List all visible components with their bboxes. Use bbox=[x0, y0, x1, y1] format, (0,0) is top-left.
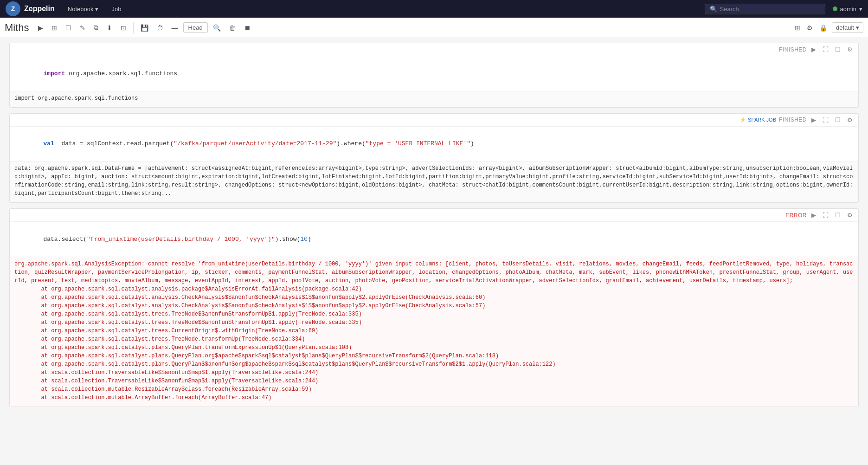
main-content: FINISHED ▶ ⛶ ☐ ⚙ import org.apache.spark… bbox=[0, 38, 868, 465]
show-hide-code-button[interactable]: ☐ bbox=[62, 22, 75, 34]
code-line-3: data.select("from_unixtime(userDetails.b… bbox=[14, 226, 854, 253]
paragraph-2-header: ⚡ SPARK JOB FINISHED ▶ ⛶ ☐ ⚙ bbox=[10, 114, 858, 127]
search-input[interactable] bbox=[720, 6, 813, 13]
edit-button[interactable]: ✎ bbox=[77, 22, 89, 34]
nav-right: admin ▾ bbox=[833, 6, 862, 13]
paragraph-2-output: data: org.apache.spark.sql.DataFrame = [… bbox=[10, 161, 858, 202]
paragraph-1-controls: FINISHED ▶ ⛶ ☐ ⚙ bbox=[779, 45, 855, 54]
toolbar-right: ⊞ ⚙ 🔒 default ▾ bbox=[793, 22, 863, 33]
search-icon: 🔍 bbox=[710, 6, 717, 13]
export-button[interactable]: ⬇ bbox=[103, 22, 116, 34]
paragraph-3-header: ERROR ▶ ⛶ ☐ ⚙ bbox=[10, 209, 858, 222]
code-line-2: val data = sqlContext.read.parquet("/kaf… bbox=[14, 130, 854, 158]
paragraph-2: ⚡ SPARK JOB FINISHED ▶ ⛶ ☐ ⚙ val data = … bbox=[9, 113, 859, 203]
interpreter-select[interactable]: default ▾ bbox=[832, 22, 863, 33]
paragraph-3-settings-button[interactable]: ⚙ bbox=[845, 211, 855, 220]
output-text-3: org.apache.spark.sql.AnalysisException: … bbox=[14, 260, 854, 402]
page-title: Miths bbox=[5, 22, 29, 34]
search-bar[interactable]: 🔍 bbox=[705, 4, 825, 14]
output-text-2: data: org.apache.spark.sql.DataFrame = [… bbox=[14, 164, 854, 198]
spark-job-badge[interactable]: ⚡ SPARK JOB bbox=[739, 117, 776, 123]
run-paragraph-button[interactable]: ▶ bbox=[810, 45, 818, 54]
paragraph-2-controls: ⚡ SPARK JOB FINISHED ▶ ⛶ ☐ ⚙ bbox=[739, 116, 855, 124]
notebook-toolbar: Miths ▶ ⊞ ☐ ✎ ⧉ ⬇ ⊡ 💾 ⏱ — Head 🔍 🗑 ⏹ ⊞ ⚙… bbox=[0, 18, 868, 38]
gear-icon-button[interactable]: ⚙ bbox=[805, 22, 815, 33]
spark-icon: ⚡ bbox=[739, 117, 746, 123]
display-settings-button[interactable]: ⊞ bbox=[793, 22, 802, 33]
clear-button[interactable]: ⊡ bbox=[117, 22, 129, 34]
paragraph-1-code: import org.apache.spark.sql.functions bbox=[10, 56, 858, 91]
delete-button[interactable]: 🗑 bbox=[226, 22, 239, 34]
logo[interactable]: Z Zeppelin bbox=[6, 1, 55, 16]
toggle-code-button[interactable]: ☐ bbox=[833, 45, 842, 54]
top-nav: Z Zeppelin Notebook ▾ Job 🔍 admin ▾ bbox=[0, 0, 868, 18]
run-paragraph-3-button[interactable]: ▶ bbox=[810, 211, 818, 220]
paragraph-3-output: org.apache.spark.sql.AnalysisException: … bbox=[10, 257, 858, 407]
maximize-paragraph-button[interactable]: ⛶ bbox=[821, 45, 830, 54]
admin-label: admin bbox=[840, 6, 856, 13]
search-paragraphs-button[interactable]: 🔍 bbox=[210, 22, 224, 34]
maximize-paragraph-3-button[interactable]: ⛶ bbox=[821, 211, 830, 220]
toggle-code-2-button[interactable]: ☐ bbox=[833, 116, 842, 124]
status-error-badge: ERROR bbox=[785, 212, 807, 219]
admin-badge[interactable]: admin ▾ bbox=[833, 6, 862, 13]
paragraph-3-controls: ERROR ▶ ⛶ ☐ ⚙ bbox=[785, 211, 855, 220]
paragraph-3-code: data.select("from_unixtime(userDetails.b… bbox=[10, 222, 858, 257]
chevron-down-icon: ▾ bbox=[859, 6, 862, 13]
logo-text: Zeppelin bbox=[24, 5, 55, 13]
logo-icon: Z bbox=[6, 1, 20, 16]
paragraph-2-code: val data = sqlContext.read.parquet("/kaf… bbox=[10, 127, 858, 161]
nav-notebook[interactable]: Notebook ▾ bbox=[62, 3, 104, 15]
stop-button[interactable]: ⏹ bbox=[241, 22, 254, 34]
status-badge: FINISHED bbox=[779, 46, 807, 53]
toggle-code-3-button[interactable]: ☐ bbox=[833, 211, 842, 220]
chevron-down-icon: ▾ bbox=[856, 24, 859, 31]
status-dot bbox=[833, 6, 837, 11]
paragraph-2-settings-button[interactable]: ⚙ bbox=[845, 116, 855, 124]
interpreter-label: default bbox=[836, 24, 854, 31]
nav-items: Notebook ▾ Job bbox=[62, 3, 697, 15]
run-all-paragraphs-button[interactable]: ⊞ bbox=[48, 22, 60, 34]
separator-1 bbox=[133, 22, 134, 33]
width-button[interactable]: — bbox=[168, 22, 181, 34]
paragraph-settings-button[interactable]: ⚙ bbox=[845, 45, 855, 54]
run-paragraph-2-button[interactable]: ▶ bbox=[810, 116, 818, 124]
status-badge: FINISHED bbox=[779, 116, 807, 123]
run-all-button[interactable]: ▶ bbox=[35, 22, 46, 34]
head-button[interactable]: Head bbox=[183, 22, 208, 33]
clone-button[interactable]: ⧉ bbox=[90, 21, 102, 34]
maximize-paragraph-2-button[interactable]: ⛶ bbox=[821, 116, 830, 124]
nav-job[interactable]: Job bbox=[106, 3, 127, 15]
paragraph-3: ERROR ▶ ⛶ ☐ ⚙ data.select("from_unixtime… bbox=[9, 208, 859, 407]
spark-job-label: SPARK JOB bbox=[748, 117, 776, 123]
schedule-button[interactable]: ⏱ bbox=[154, 22, 167, 34]
save-button[interactable]: 💾 bbox=[137, 22, 152, 34]
paragraph-1-output: import org.apache.spark.sql.functions bbox=[10, 91, 858, 107]
paragraph-1: FINISHED ▶ ⛶ ☐ ⚙ import org.apache.spark… bbox=[9, 43, 859, 108]
output-text-1: import org.apache.spark.sql.functions bbox=[14, 94, 854, 103]
chevron-down-icon: ▾ bbox=[95, 6, 98, 13]
lock-icon-button[interactable]: 🔒 bbox=[817, 22, 829, 33]
paragraph-1-header: FINISHED ▶ ⛶ ☐ ⚙ bbox=[10, 43, 858, 56]
code-line-1: import org.apache.spark.sql.functions bbox=[14, 60, 854, 87]
